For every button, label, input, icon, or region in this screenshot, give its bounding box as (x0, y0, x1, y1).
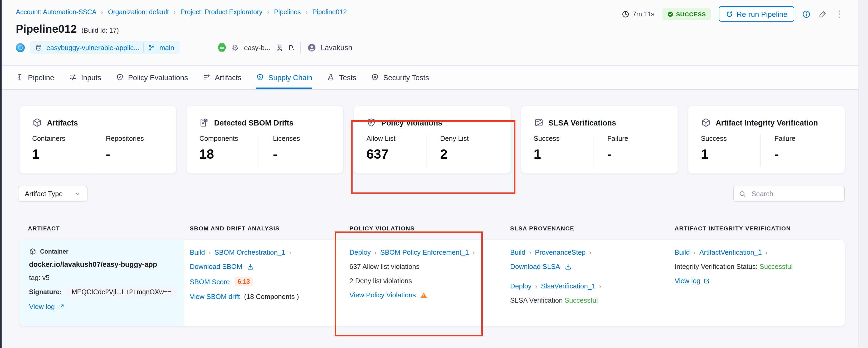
breadcrumb-account[interactable]: Account: Automation-SSCA (16, 8, 96, 16)
slsa-step1-link[interactable]: ProvenanceStep (535, 248, 586, 256)
cube-icon (32, 118, 42, 127)
chevron-down-icon (75, 191, 81, 197)
meta-divider (301, 42, 301, 53)
chevron-separator-icon (374, 249, 377, 256)
slsa-stage2-link[interactable]: Deploy (510, 282, 531, 290)
execution-tabs: Pipeline Inputs Policy Evaluations Artif… (0, 66, 868, 90)
artifact-view-log-link[interactable]: View log (29, 303, 55, 311)
stat-value: - (106, 147, 176, 162)
build-id: (Build Id: 17) (82, 27, 119, 34)
view-policy-violations-link[interactable]: View Policy Violations (349, 291, 416, 299)
integrity-status-value: Successful (760, 263, 793, 270)
chevron-separator-icon (766, 249, 768, 256)
chevron-separator-icon (289, 249, 291, 256)
pipeline-meta-row: easybuggy-vulnerable-applic... main ∞ ⚙ … (16, 40, 844, 54)
signature-value: MEQCICde2Vjl...L+2+mqnOXw== (67, 287, 176, 297)
summary-cards: Artifacts Containers1 Repositories- Dete… (20, 106, 845, 173)
download-slsa-link[interactable]: Download SLSA (510, 263, 560, 270)
artifact-type-select[interactable]: Artifact Type (18, 185, 88, 202)
chevron-separator-icon (693, 249, 696, 256)
integrity-step-link[interactable]: ArtifactVerification_1 (700, 248, 762, 256)
duration-text: 7m 11s (632, 10, 654, 18)
integrity-stage-link[interactable]: Build (675, 248, 690, 256)
slsa-verification-status: Successful (565, 296, 598, 304)
page-title: Pipeline012 (16, 23, 77, 35)
sbom-score-badge: 6.13 (235, 277, 253, 286)
repo-link[interactable]: easybuggy-vulnerable-applic... (46, 44, 140, 51)
supply-chain-page: Account: Automation-SSCA Organization: d… (0, 0, 868, 348)
tab-security-tests[interactable]: Security Tests (371, 66, 429, 89)
list-plus-icon (203, 73, 211, 81)
sbom-step-link[interactable]: SBOM Orchestration_1 (215, 248, 285, 256)
info-icon[interactable] (802, 10, 811, 18)
tab-inputs[interactable]: Inputs (69, 66, 101, 89)
kebab-menu-icon[interactable]: ⋮ (835, 9, 844, 19)
tab-artifacts[interactable]: Artifacts (203, 66, 241, 89)
branch-link[interactable]: main (159, 44, 174, 51)
tab-policy-evaluations[interactable]: Policy Evaluations (116, 66, 188, 89)
tab-label: Artifacts (215, 73, 241, 82)
vertical-scrollbar[interactable] (859, 0, 868, 348)
ci-hexagon-icon: ∞ (217, 43, 226, 52)
edit-pencil-icon[interactable] (818, 10, 827, 18)
card-title: Artifact Integrity Verification (716, 118, 818, 127)
globe-icon (16, 43, 25, 52)
tab-tests[interactable]: Tests (327, 66, 356, 89)
tab-supply-chain[interactable]: Supply Chain (256, 66, 312, 89)
warning-triangle-icon (420, 291, 427, 299)
search-input[interactable] (750, 189, 839, 198)
supply-chain-content: Artifacts Containers1 Repositories- Dete… (0, 106, 868, 348)
sbom-document-icon (199, 118, 209, 127)
column-header-integrity: ARTIFACT INTEGRITY VERIFICATION (675, 225, 791, 231)
card-title: Detected SBOM Drifts (214, 118, 293, 127)
download-icon (564, 263, 571, 270)
download-sbom-link[interactable]: Download SBOM (190, 263, 242, 270)
tab-pipeline[interactable]: Pipeline (16, 66, 54, 89)
check-circle-icon (667, 11, 674, 17)
header-actions: 7m 11s SUCCESS Re-run Pipeline ⋮ (622, 6, 844, 22)
slsa-stage1-link[interactable]: Build (510, 248, 525, 256)
avatar-icon (308, 43, 316, 52)
breadcrumb-organization[interactable]: Organization: default (108, 8, 169, 16)
stat-label: Success (534, 135, 593, 142)
column-header-artifact: ARTIFACT (28, 225, 60, 231)
pipeline-icon (16, 73, 24, 81)
stat-label: Allow List (367, 135, 426, 142)
clock-icon (622, 10, 629, 18)
chevron-separator-icon (267, 8, 269, 16)
repo-branch-pill: easybuggy-vulnerable-applic... main (30, 41, 180, 54)
stat-value: 1 (534, 147, 593, 162)
stat-label: Failure (608, 135, 678, 142)
sbom-score-link[interactable]: SBOM Score (190, 278, 230, 286)
column-header-policy: POLICY VIOLATIONS (349, 225, 415, 231)
status-badge: SUCCESS (662, 8, 711, 20)
title-row: Pipeline012 (Build Id: 17) (16, 23, 844, 35)
slsa-icon (534, 118, 544, 127)
breadcrumb-pipeline012[interactable]: Pipeline012 (312, 8, 347, 16)
chevron-separator-icon (535, 282, 537, 290)
integrity-status-label: Integrity Verification Status: (675, 263, 757, 270)
slsa-provenance-cell: Build ProvenanceStep Download SLSA Deplo… (510, 248, 601, 304)
chevron-separator-icon (209, 249, 211, 256)
policy-step-link[interactable]: SBOM Policy Enforcement_1 (380, 248, 469, 256)
rerun-pipeline-button[interactable]: Re-run Pipeline (719, 6, 794, 22)
refresh-icon (725, 10, 733, 18)
chevron-separator-icon (174, 8, 176, 16)
tab-label: Policy Evaluations (128, 73, 188, 82)
sbom-stage-link[interactable]: Build (190, 248, 205, 256)
shield-check-icon (367, 118, 377, 127)
breadcrumb-project[interactable]: Project: Product Exploratory (180, 8, 262, 16)
git-branch-icon (148, 44, 155, 51)
card-title: SLSA Verifications (548, 118, 616, 127)
left-nav-edge (0, 0, 2, 348)
slsa-step2-link[interactable]: SlsaVerification_1 (541, 282, 595, 290)
artifact-integrity-cell: Build ArtifactVerification_1 Integrity V… (675, 248, 793, 285)
search-box (733, 185, 845, 202)
stat-label: Failure (774, 135, 845, 142)
breadcrumb-pipelines[interactable]: Pipelines (274, 8, 301, 16)
triggered-by-user: Lavakush (308, 43, 352, 52)
view-sbom-drift-link[interactable]: View SBOM drift (190, 293, 240, 300)
page-header: Account: Automation-SSCA Organization: d… (0, 0, 868, 66)
integrity-view-log-link[interactable]: View log (675, 277, 701, 285)
policy-stage-link[interactable]: Deploy (349, 248, 371, 256)
